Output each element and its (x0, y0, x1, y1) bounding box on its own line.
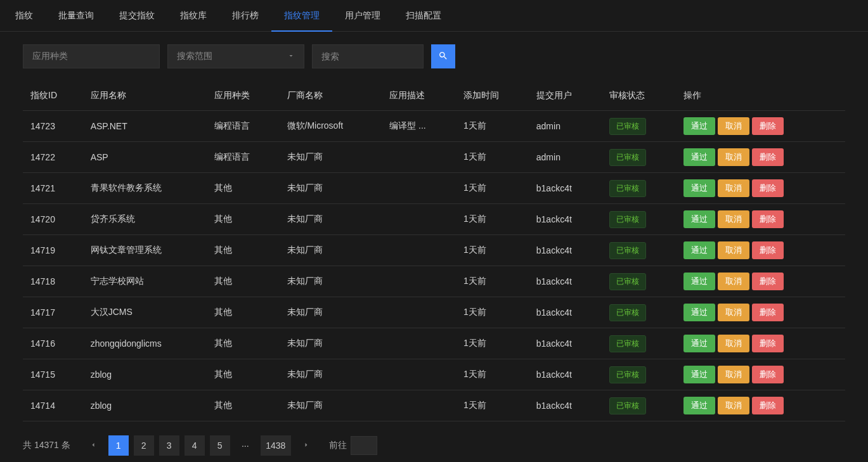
page-3[interactable]: 3 (159, 435, 179, 456)
category-filter[interactable]: 应用种类 (23, 44, 160, 68)
cell: ASP (83, 142, 207, 173)
cell: 1天前 (456, 266, 529, 297)
nav-item-6[interactable]: 用户管理 (332, 0, 393, 31)
cancel-button[interactable]: 取消 (718, 397, 749, 414)
delete-button[interactable]: 删除 (752, 210, 784, 228)
delete-button[interactable]: 删除 (752, 117, 784, 135)
cancel-button[interactable]: 取消 (718, 117, 749, 135)
delete-button[interactable]: 删除 (752, 304, 784, 321)
jump-input[interactable] (351, 436, 377, 455)
table-row: 14716zhongqidonglicms其他未知厂商1天前b1ackc4t已审… (23, 328, 845, 359)
cell: b1ackc4t (529, 390, 602, 421)
delete-button[interactable]: 删除 (752, 397, 784, 414)
cancel-button[interactable]: 取消 (718, 304, 749, 321)
nav-item-3[interactable]: 指纹库 (167, 0, 219, 31)
cell: 宁志学校网站 (83, 266, 207, 297)
cell: 14716 (23, 328, 83, 359)
cell: 1天前 (456, 142, 529, 173)
page-1[interactable]: 1 (108, 435, 129, 456)
cell (382, 328, 456, 359)
col-header-4: 应用描述 (382, 81, 456, 111)
filter-bar: 应用种类 搜索范围 (23, 44, 845, 68)
delete-button[interactable]: 删除 (752, 241, 784, 259)
status-badge: 已审核 (609, 304, 646, 321)
col-header-2: 应用种类 (207, 81, 280, 111)
cell: 1天前 (456, 390, 529, 421)
nav-item-2[interactable]: 提交指纹 (107, 0, 167, 31)
cell: 其他 (207, 359, 280, 390)
pass-button[interactable]: 通过 (683, 148, 715, 166)
search-input[interactable] (312, 44, 424, 68)
cancel-button[interactable]: 取消 (718, 210, 749, 228)
cancel-button[interactable]: 取消 (718, 335, 749, 352)
prev-page[interactable] (83, 435, 103, 456)
cell: 未知厂商 (280, 142, 382, 173)
cell: 14718 (23, 266, 83, 297)
pass-button[interactable]: 通过 (683, 179, 715, 197)
top-nav: 指纹批量查询提交指纹指纹库排行榜指纹管理用户管理扫描配置 (0, 0, 868, 32)
pass-button[interactable]: 通过 (683, 273, 715, 290)
page-4[interactable]: 4 (185, 435, 205, 456)
col-header-5: 添加时间 (456, 81, 529, 111)
cell: b1ackc4t (529, 328, 602, 359)
scope-select[interactable]: 搜索范围 (167, 44, 304, 68)
nav-item-0[interactable]: 指纹 (3, 0, 46, 31)
nav-item-5[interactable]: 指纹管理 (271, 0, 332, 31)
next-page[interactable] (296, 435, 316, 456)
pass-button[interactable]: 通过 (683, 210, 715, 228)
nav-item-4[interactable]: 排行榜 (219, 0, 271, 31)
cancel-button[interactable]: 取消 (718, 148, 749, 166)
cell: b1ackc4t (529, 235, 602, 266)
cancel-button[interactable]: 取消 (718, 241, 749, 259)
table-row: 14717大汉JCMS其他未知厂商1天前b1ackc4t已审核通过取消删除 (23, 297, 845, 328)
status-badge: 已审核 (609, 273, 646, 290)
chevron-right-icon (302, 440, 310, 451)
cell: 1天前 (456, 111, 529, 142)
scope-placeholder: 搜索范围 (177, 51, 212, 62)
chevron-left-icon (89, 440, 97, 451)
page-jump: 前往 (329, 436, 377, 455)
cell: 14720 (23, 204, 83, 235)
cell: 未知厂商 (280, 204, 382, 235)
cell: b1ackc4t (529, 204, 602, 235)
pass-button[interactable]: 通过 (683, 366, 715, 383)
table-row: 14723ASP.NET编程语言微软/Microsoft编译型 ...1天前ad… (23, 111, 845, 142)
delete-button[interactable]: 删除 (752, 148, 784, 166)
cancel-button[interactable]: 取消 (718, 179, 749, 197)
page-2[interactable]: 2 (134, 435, 154, 456)
total-count: 共 14371 条 (23, 440, 70, 451)
cell: 14719 (23, 235, 83, 266)
cell: 1天前 (456, 235, 529, 266)
cell: 未知厂商 (280, 235, 382, 266)
cancel-button[interactable]: 取消 (718, 366, 749, 383)
table-row: 14722ASP编程语言未知厂商1天前admin已审核通过取消删除 (23, 142, 845, 173)
page-5[interactable]: 5 (210, 435, 230, 456)
page-last[interactable]: 1438 (261, 435, 291, 456)
status-badge: 已审核 (609, 149, 646, 166)
cell: 微软/Microsoft (280, 111, 382, 142)
cell: 1天前 (456, 359, 529, 390)
cell: 其他 (207, 328, 280, 359)
nav-item-1[interactable]: 批量查询 (46, 0, 107, 31)
pass-button[interactable]: 通过 (683, 241, 715, 259)
delete-button[interactable]: 删除 (752, 273, 784, 290)
nav-item-7[interactable]: 扫描配置 (393, 0, 454, 31)
pass-button[interactable]: 通过 (683, 117, 715, 135)
table-row: 14718宁志学校网站其他未知厂商1天前b1ackc4t已审核通过取消删除 (23, 266, 845, 297)
cell: 14721 (23, 173, 83, 204)
cell: 编程语言 (207, 111, 280, 142)
cell: zblog (83, 359, 207, 390)
pass-button[interactable]: 通过 (683, 304, 715, 321)
delete-button[interactable]: 删除 (752, 366, 784, 383)
search-button[interactable] (431, 44, 455, 68)
delete-button[interactable]: 删除 (752, 179, 784, 197)
delete-button[interactable]: 删除 (752, 335, 784, 352)
status-badge: 已审核 (609, 242, 646, 259)
cancel-button[interactable]: 取消 (718, 273, 749, 290)
cell: 大汉JCMS (83, 297, 207, 328)
table-row: 14721青果软件教务系统其他未知厂商1天前b1ackc4t已审核通过取消删除 (23, 173, 845, 204)
pass-button[interactable]: 通过 (683, 397, 715, 414)
cell: 未知厂商 (280, 297, 382, 328)
cell: 1天前 (456, 328, 529, 359)
pass-button[interactable]: 通过 (683, 335, 715, 352)
